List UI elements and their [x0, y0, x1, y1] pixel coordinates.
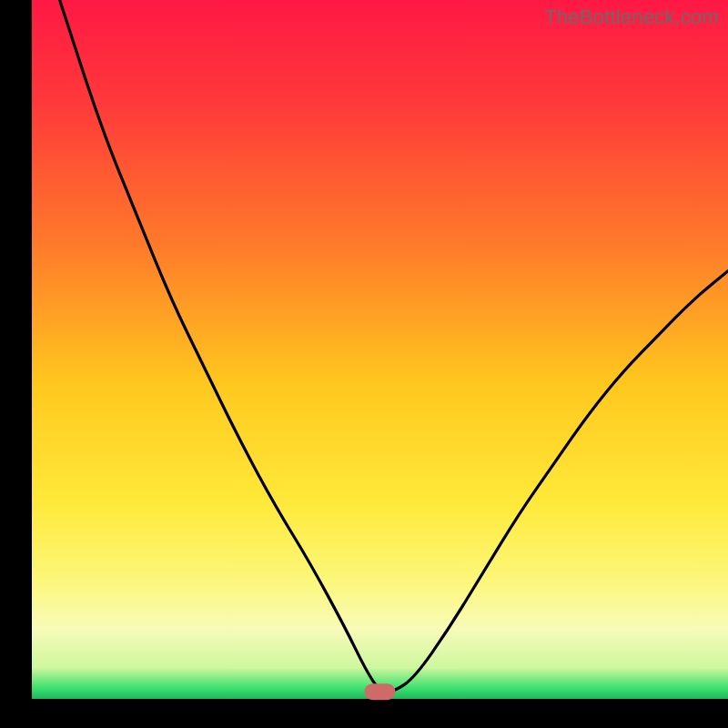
plot-background	[32, 0, 728, 699]
attribution-text: TheBottleneck.com	[544, 5, 719, 29]
chart-canvas	[0, 0, 728, 728]
minimum-marker	[365, 683, 396, 700]
bottleneck-chart: TheBottleneck.com	[0, 0, 728, 728]
